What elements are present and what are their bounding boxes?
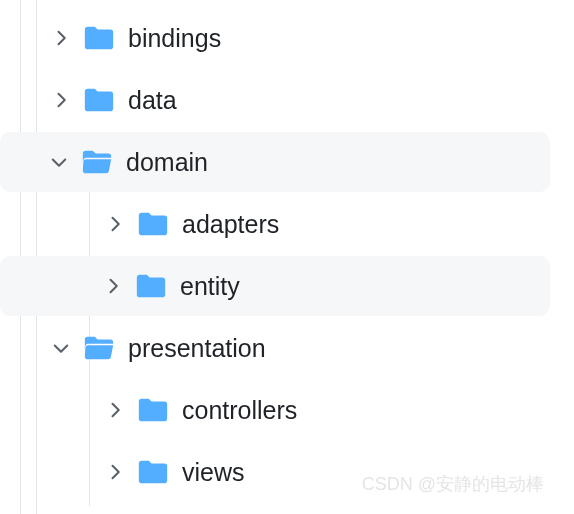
tree-row-views[interactable]: views xyxy=(2,442,550,502)
folder-label: presentation xyxy=(128,334,266,363)
tree-row-entity[interactable]: entity xyxy=(0,256,550,316)
chevron-down-icon[interactable] xyxy=(50,338,72,358)
folder-label: domain xyxy=(126,148,208,177)
tree-row-bindings[interactable]: bindings xyxy=(2,8,550,68)
folder-label: adapters xyxy=(182,210,279,239)
chevron-right-icon[interactable] xyxy=(104,214,126,234)
chevron-right-icon[interactable] xyxy=(50,90,72,110)
folder-label: data xyxy=(128,86,177,115)
folder-icon xyxy=(82,83,116,117)
chevron-right-icon[interactable] xyxy=(104,400,126,420)
folder-open-icon xyxy=(80,145,114,179)
tree-row-domain[interactable]: domain xyxy=(0,132,550,192)
folder-label: views xyxy=(182,458,245,487)
folder-open-icon xyxy=(82,331,116,365)
folder-icon xyxy=(82,21,116,55)
chevron-right-icon[interactable] xyxy=(102,276,124,296)
tree-row-adapters[interactable]: adapters xyxy=(2,194,550,254)
chevron-right-icon[interactable] xyxy=(50,28,72,48)
folder-label: entity xyxy=(180,272,240,301)
folder-icon xyxy=(136,207,170,241)
tree-row-data[interactable]: data xyxy=(2,70,550,130)
chevron-down-icon[interactable] xyxy=(48,152,70,172)
folder-icon xyxy=(134,269,168,303)
folder-icon xyxy=(136,455,170,489)
folder-label: bindings xyxy=(128,24,221,53)
file-tree: bindingsdatadomainadaptersentitypresenta… xyxy=(0,0,574,502)
chevron-right-icon[interactable] xyxy=(104,462,126,482)
tree-row-controllers[interactable]: controllers xyxy=(2,380,550,440)
folder-icon xyxy=(136,393,170,427)
tree-row-presentation[interactable]: presentation xyxy=(2,318,550,378)
folder-label: controllers xyxy=(182,396,297,425)
